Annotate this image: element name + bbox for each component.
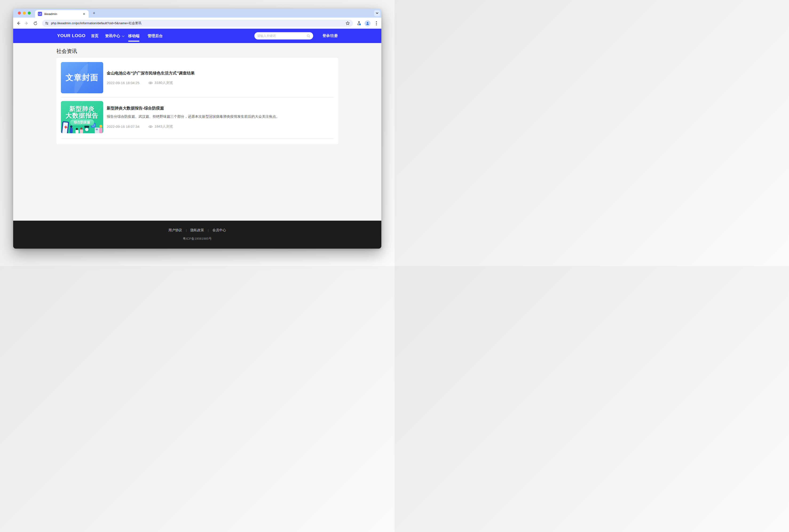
page-title: 社会资讯 [56, 48, 77, 55]
cover-text: 大数据报告 [61, 111, 103, 120]
minimize-window-button[interactable] [23, 12, 26, 15]
back-arrow-icon [16, 21, 21, 25]
article-meta: 2022-09-16 18:04:25 3180人浏览 [107, 81, 173, 85]
bookmark-star-icon[interactable] [345, 21, 350, 25]
article-views: 3180人浏览 [148, 81, 173, 85]
browser-tab[interactable]: LA likeadmin ✕ [35, 10, 89, 18]
article-meta: 2022-09-16 18:07:34 1843人浏览 [107, 124, 173, 129]
article-date: 2022-09-16 18:04:25 [107, 81, 139, 85]
keyword-search[interactable] [255, 32, 313, 39]
browser-menu-button[interactable] [373, 20, 379, 26]
active-nav-underline [128, 41, 139, 42]
nav-item-news-center[interactable]: 资讯中心 [105, 34, 124, 39]
nav-item-home[interactable]: 首页 [91, 34, 98, 39]
tab-title: likeadmin [44, 12, 82, 16]
footer-separator: | [186, 228, 187, 232]
login-register-link[interactable]: 登录/注册 [323, 34, 338, 38]
article-date: 2022-09-16 18:07:34 [107, 125, 139, 129]
search-icon[interactable] [306, 34, 310, 38]
forward-arrow-icon [24, 21, 29, 25]
footer-link-member-center[interactable]: 会员中心 [212, 228, 226, 232]
page-content: 社会资讯 文章封面 金山电池公布“沪广深市民绿色生活方式”调查结果 2022-0… [13, 43, 381, 221]
article-views: 1843人浏览 [148, 124, 173, 129]
tab-search-chevron-button[interactable] [374, 10, 380, 16]
eye-icon [148, 125, 153, 128]
article-title[interactable]: 新型肺炎大数据报告-综合防疫篇 [107, 106, 164, 111]
new-tab-button[interactable]: + [91, 10, 97, 16]
avatar [365, 20, 371, 26]
site-logo[interactable]: YOUR LOGO [57, 33, 86, 38]
close-window-button[interactable] [18, 12, 21, 15]
three-dot-menu-icon [376, 21, 377, 25]
chevron-down-icon [376, 12, 378, 15]
cover-badge: 综合防疫篇 [70, 119, 94, 126]
site-footer: 用户协议 | 隐私政策 | 会员中心 粤ICP备19081985号 [13, 221, 381, 249]
person-icon [366, 22, 369, 25]
search-input[interactable] [257, 34, 306, 38]
footer-link-user-agreement[interactable]: 用户协议 [169, 228, 182, 232]
browser-toolbar: php.likeadmin.cn/pc/information/default?… [13, 18, 381, 28]
article-description: 报告分综合防疫篇、武汉篇、拒绝野味篇三个部分，还原本次新型冠状病毒肺炎疫情发生前… [107, 114, 323, 119]
flask-icon [357, 21, 361, 25]
article-list-card: 文章封面 金山电池公布“沪广深市民绿色生活方式”调查结果 2022-09-16 … [56, 58, 338, 144]
nav-item-mobile[interactable]: 移动端 [128, 34, 139, 39]
reload-button[interactable] [33, 20, 38, 26]
site-favicon: LA [38, 12, 42, 16]
article-cover-image[interactable]: 新型肺炎 大数据报告 [61, 101, 103, 133]
footer-separator: | [208, 228, 209, 232]
site-settings-icon[interactable] [45, 21, 49, 25]
article-cover-image[interactable]: 文章封面 [61, 62, 103, 93]
footer-links: 用户协议 | 隐私政策 | 会员中心 [13, 228, 381, 232]
reload-icon [33, 21, 38, 25]
back-button[interactable] [16, 20, 21, 26]
forward-button[interactable] [24, 20, 30, 26]
nav-item-admin[interactable]: 管理后台 [148, 34, 163, 39]
eye-icon [148, 81, 153, 84]
profile-button[interactable] [364, 20, 371, 26]
icp-record-number: 粤ICP备19081985号 [13, 236, 381, 241]
url-text[interactable]: php.likeadmin.cn/pc/information/default?… [51, 21, 345, 25]
article-title[interactable]: 金山电池公布“沪广深市民绿色生活方式”调查结果 [107, 71, 195, 76]
site-header: YOUR LOGO 首页 资讯中心 移动端 管理后台 登录/注册 [13, 28, 381, 43]
cover-text: 文章封面 [61, 72, 103, 83]
browser-window: LA likeadmin ✕ + [13, 9, 381, 249]
footer-link-privacy-policy[interactable]: 隐私政策 [190, 228, 204, 232]
tab-close-icon[interactable]: ✕ [82, 12, 86, 16]
address-bar[interactable]: php.likeadmin.cn/pc/information/default?… [42, 20, 353, 27]
experiments-button[interactable] [356, 20, 362, 26]
chevron-down-icon [122, 34, 124, 37]
maximize-window-button[interactable] [28, 12, 31, 15]
tab-strip: LA likeadmin ✕ + [13, 9, 381, 18]
